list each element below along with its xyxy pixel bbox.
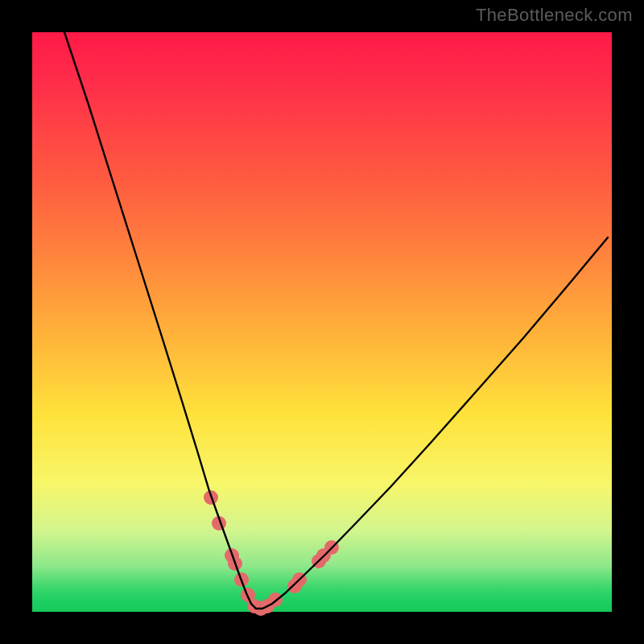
bottleneck-curve <box>64 32 608 609</box>
plot-area <box>32 32 612 612</box>
watermark-text: TheBottleneck.com <box>476 5 633 26</box>
curve-layer <box>32 32 612 612</box>
chart-frame: TheBottleneck.com <box>0 0 644 644</box>
markers-group <box>204 490 339 616</box>
